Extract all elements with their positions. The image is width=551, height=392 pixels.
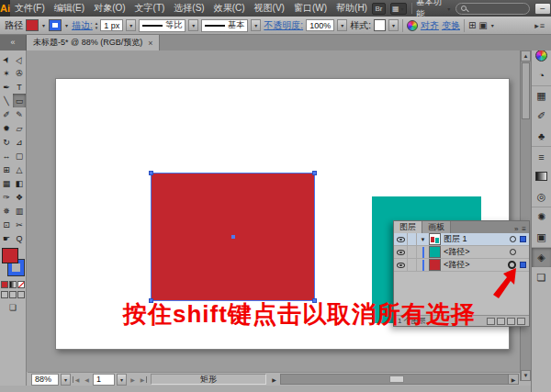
menu-item[interactable]: 文件(F) <box>10 2 50 15</box>
gradient-panel-icon[interactable] <box>532 166 551 186</box>
previous-artboard-button[interactable]: ◀ <box>83 376 91 383</box>
zoom-tool[interactable]: Q <box>13 231 26 245</box>
opacity-input[interactable]: 100% <box>306 19 334 31</box>
target-circle[interactable] <box>510 249 516 255</box>
menu-item[interactable]: 帮助(H) <box>332 2 372 15</box>
path-name[interactable]: <路径> <box>444 246 510 258</box>
selection-handle[interactable] <box>312 171 317 175</box>
lasso-tool[interactable]: ✇ <box>13 66 26 80</box>
tab-artboards[interactable]: 画板 <box>422 221 451 233</box>
lock-toggle[interactable] <box>408 259 417 272</box>
scroll-down-button[interactable]: ▼ <box>521 370 531 381</box>
brushes-panel-icon[interactable]: ✐ <box>532 106 551 126</box>
make-clip-mask-button[interactable] <box>487 318 495 325</box>
spinner-down-icon[interactable]: ▾ <box>96 26 98 30</box>
menu-item[interactable]: 窗口(W) <box>289 2 332 15</box>
layer-thumbnail[interactable] <box>429 233 441 245</box>
menu-item[interactable]: 选择(S) <box>169 2 208 15</box>
scroll-up-button[interactable]: ▲ <box>521 50 531 62</box>
paintbrush-tool[interactable]: ✐ <box>0 107 13 121</box>
chevron-down-icon[interactable]: ▾ <box>64 22 69 28</box>
color-mode-button[interactable] <box>1 281 8 288</box>
type-tool[interactable]: T <box>13 80 26 94</box>
eyedropper-tool[interactable]: ✑ <box>0 190 13 204</box>
visibility-toggle[interactable] <box>394 259 408 272</box>
blob-brush-tool[interactable]: ✹ <box>0 121 13 135</box>
visibility-toggle[interactable] <box>394 246 408 259</box>
expand-triangle-icon[interactable]: ▼ <box>421 237 426 242</box>
style-swatch[interactable] <box>374 19 386 31</box>
arrange-documents-button[interactable]: ▦▾ <box>390 3 407 15</box>
search-input[interactable] <box>455 3 530 15</box>
selection-handle[interactable] <box>149 171 153 175</box>
selection-indicator[interactable] <box>520 236 526 242</box>
eraser-tool[interactable]: ▱ <box>13 121 26 135</box>
control-panel-menu-icon[interactable]: ▸≡ <box>534 21 546 30</box>
draw-normal-button[interactable] <box>1 291 8 298</box>
menu-item[interactable]: 对象(O) <box>89 2 129 15</box>
brush-dropdown-button[interactable]: ▾ <box>251 19 261 31</box>
draw-inside-button[interactable] <box>17 291 25 298</box>
fill-swatch[interactable] <box>2 248 18 263</box>
width-tool[interactable]: ↔ <box>0 149 13 162</box>
align-link[interactable]: 对齐 <box>421 19 439 32</box>
graphic-styles-panel-icon[interactable]: ▣ <box>532 227 551 247</box>
artboard-number-input[interactable]: 1 <box>93 374 115 386</box>
chevron-down-icon[interactable]: ▾ <box>41 22 46 28</box>
stroke-width-input[interactable]: 1 px <box>100 19 123 31</box>
menu-item[interactable]: 编辑(E) <box>50 2 89 15</box>
scale-tool[interactable]: ⊿ <box>13 135 26 149</box>
column-graph-tool[interactable]: ▥ <box>13 204 26 218</box>
blend-tool[interactable]: ❖ <box>13 190 26 204</box>
recolor-artwork-icon[interactable] <box>407 20 418 31</box>
status-options-icon[interactable]: ▶ <box>270 376 278 383</box>
profile-dropdown-button[interactable]: ▾ <box>188 19 198 31</box>
lock-toggle[interactable] <box>408 233 417 246</box>
visibility-toggle[interactable] <box>394 233 408 246</box>
pen-tool[interactable]: ✒ <box>0 80 13 94</box>
tools-panel-collapse[interactable]: « <box>0 35 27 50</box>
menu-item[interactable]: 效果(C) <box>209 2 250 15</box>
symbol-sprayer-tool[interactable]: ✵ <box>0 204 13 218</box>
stroke-panel-icon[interactable]: ≡ <box>532 146 551 166</box>
bridge-button[interactable]: Br <box>372 3 386 15</box>
artboards-panel-icon[interactable]: ❏ <box>532 267 551 287</box>
stroke-width-stepper[interactable]: ▴▾ <box>96 21 98 30</box>
swatches-panel-icon[interactable]: ▦ <box>532 85 551 106</box>
horizontal-scrollbar[interactable]: ▶ <box>280 374 519 385</box>
horizontal-scroll-thumb[interactable] <box>389 375 404 383</box>
mesh-tool[interactable]: ▦ <box>0 176 13 190</box>
menu-item[interactable]: 视图(V) <box>250 2 289 15</box>
stroke-panel-link[interactable]: 描边: <box>72 19 93 32</box>
layer-name[interactable]: 图层 1 <box>444 233 510 245</box>
target-circle[interactable] <box>510 236 516 242</box>
vertical-scrollbar[interactable]: ▲ ▼ <box>520 50 531 381</box>
none-mode-button[interactable] <box>17 281 25 288</box>
path-thumbnail[interactable] <box>429 259 441 271</box>
transform-link[interactable]: 变换 <box>442 19 460 32</box>
rectangle-tool[interactable]: ▭ <box>13 94 26 107</box>
hand-tool[interactable]: ☛ <box>0 231 13 245</box>
zoom-dropdown[interactable]: ▾ <box>61 374 71 386</box>
bounding-box-icon[interactable]: ⊞ <box>468 20 476 30</box>
magic-wand-tool[interactable]: ✶ <box>0 66 13 80</box>
selection-indicator[interactable] <box>520 262 526 268</box>
tab-layers[interactable]: 图层 <box>394 221 422 233</box>
style-dropdown[interactable]: ▾ <box>388 19 399 31</box>
slice-tool[interactable]: ✂ <box>13 218 26 231</box>
delete-layer-button[interactable] <box>517 318 525 325</box>
scroll-right-button[interactable]: ▶ <box>508 375 518 384</box>
panel-menu-icon[interactable]: ≡ <box>522 225 526 233</box>
layer-row[interactable]: ▼ 图层 1 <box>394 233 529 246</box>
new-layer-button[interactable] <box>507 318 515 325</box>
fill-color-swatch[interactable] <box>26 19 39 31</box>
path-row[interactable]: <路径> <box>394 246 529 259</box>
perspective-grid-tool[interactable]: △ <box>13 162 26 176</box>
transparency-panel-icon[interactable]: ◎ <box>532 186 551 207</box>
pencil-tool[interactable]: ✎ <box>13 107 26 121</box>
vertical-scroll-thumb[interactable] <box>522 62 530 119</box>
appearance-panel-icon[interactable]: ✺ <box>532 207 551 227</box>
red-rectangle-shape[interactable] <box>152 174 314 300</box>
brush-definition-dropdown[interactable]: 基本 <box>201 19 248 32</box>
gradient-mode-button[interactable] <box>9 281 17 288</box>
